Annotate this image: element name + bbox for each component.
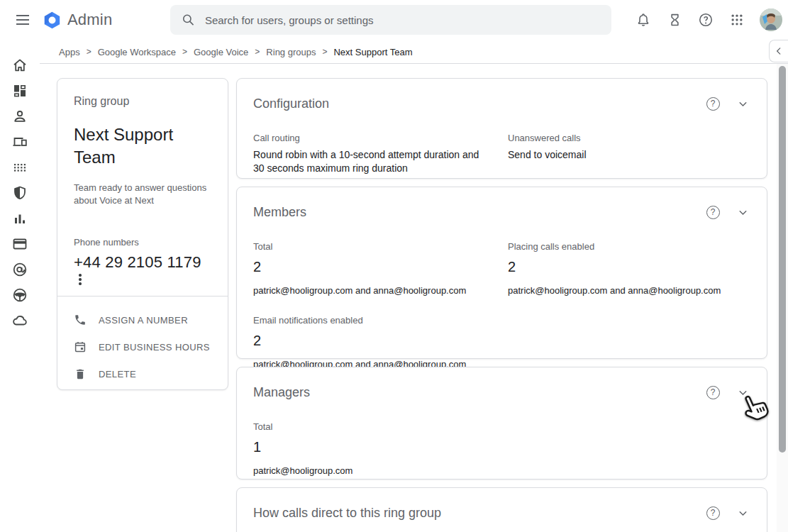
breadcrumb: Apps > Google Workspace > Google Voice >… (40, 40, 788, 64)
sidebar-item-rules[interactable] (6, 282, 34, 308)
breadcrumb-current-page: Next Support Team (333, 47, 412, 57)
left-nav-rail (0, 40, 40, 532)
sidebar-item-devices[interactable] (6, 129, 34, 155)
scrollbar-track[interactable] (777, 64, 788, 532)
kebab-dot (79, 278, 81, 280)
how-calls-collapse-button[interactable] (733, 503, 753, 523)
edit-business-hours-button[interactable]: EDIT BUSINESS HOURS (74, 333, 211, 360)
breadcrumb-separator: > (255, 47, 260, 57)
sidebar-item-storage[interactable] (6, 308, 34, 333)
managers-collapse-button[interactable] (733, 382, 753, 402)
phone-number-value: +44 29 2105 1179 (74, 253, 211, 272)
breadcrumb-item-ring-groups[interactable]: Ring groups (266, 47, 316, 57)
field-count: 2 (508, 259, 750, 275)
field-managers-total: Total 1 patrick@hooligroup.com (253, 421, 508, 476)
chevron-down-icon (737, 387, 749, 399)
field-detail: patrick@hooligroup.com and anna@hooligro… (508, 285, 750, 296)
ring-group-description: Team ready to answer questions about Voi… (74, 182, 211, 207)
dashboard-icon (11, 82, 28, 99)
search-input[interactable] (205, 14, 600, 26)
pending-tasks-button[interactable] (662, 7, 687, 33)
scrollbar-thumb[interactable] (779, 66, 786, 453)
how-calls-direct-card: How calls direct to this ring group ? (236, 487, 767, 532)
field-label: Email notifications enabled (253, 314, 508, 326)
apps-dots-icon (11, 159, 28, 176)
field-detail: patrick@hooligroup.com (253, 465, 508, 476)
top-app-bar: Admin (0, 0, 788, 40)
members-card: Members ? Total 2 patrick@hooligroup.com… (236, 187, 767, 359)
delete-label: DELETE (99, 369, 136, 379)
assign-number-label: ASSIGN A NUMBER (99, 315, 188, 326)
configuration-card: Configuration ? Call routing Round robin… (236, 78, 767, 179)
calendar-icon (74, 340, 87, 353)
how-calls-direct-card-title: How calls direct to this ring group (253, 506, 703, 521)
global-search-bar[interactable] (170, 5, 611, 35)
chevron-left-icon (774, 46, 784, 56)
sidebar-item-directory[interactable] (6, 104, 34, 129)
trash-icon (74, 367, 87, 380)
configuration-card-title: Configuration (253, 96, 703, 111)
field-count: 2 (253, 333, 508, 349)
avatar-photo (760, 9, 782, 31)
members-card-title: Members (253, 205, 703, 220)
sidebar-item-account[interactable] (6, 257, 34, 282)
bar-chart-icon (11, 210, 28, 227)
sidebar-item-security[interactable] (6, 180, 34, 206)
ring-group-actions: ASSIGN A NUMBER EDIT BUSINESS HOURS DELE… (57, 296, 228, 387)
assign-number-button[interactable]: ASSIGN A NUMBER (74, 306, 211, 333)
field-count: 2 (253, 259, 508, 275)
apps-grid-icon (730, 13, 744, 27)
breadcrumb-separator: > (87, 47, 91, 57)
field-label: Call routing (253, 132, 508, 144)
person-icon (11, 108, 28, 125)
phone-numbers-label: Phone numbers (74, 237, 211, 248)
breadcrumb-separator: > (322, 47, 327, 57)
security-shield-icon (11, 184, 28, 201)
field-count: 1 (253, 439, 508, 455)
user-avatar[interactable] (760, 9, 782, 31)
field-label: Placing calls enabled (508, 240, 750, 253)
phone-icon (74, 314, 87, 326)
managers-card-title: Managers (253, 385, 703, 400)
breadcrumb-item-google-voice[interactable]: Google Voice (194, 47, 248, 57)
sidebar-item-reporting[interactable] (6, 206, 34, 231)
delete-button[interactable]: DELETE (74, 360, 211, 387)
help-button[interactable] (693, 7, 718, 33)
sidebar-item-apps[interactable] (6, 155, 34, 180)
notifications-button[interactable] (631, 7, 656, 33)
chevron-down-icon (737, 507, 749, 519)
breadcrumb-item-google-workspace[interactable]: Google Workspace (98, 47, 176, 57)
collapse-panel-button[interactable] (769, 40, 788, 62)
hamburger-icon (16, 15, 29, 25)
google-admin-logo-icon (43, 11, 62, 30)
at-sign-icon (11, 261, 28, 278)
hourglass-icon (667, 13, 682, 28)
managers-help-button[interactable]: ? (703, 382, 723, 402)
help-icon: ? (706, 97, 720, 111)
cloud-icon (11, 312, 28, 329)
sidebar-item-billing[interactable] (6, 231, 34, 257)
google-apps-launcher-button[interactable] (724, 7, 750, 33)
chevron-down-icon (737, 98, 749, 110)
configuration-help-button[interactable]: ? (703, 94, 723, 113)
help-icon: ? (706, 386, 720, 399)
help-icon: ? (706, 506, 720, 520)
configuration-collapse-button[interactable] (733, 94, 753, 113)
hamburger-menu-button[interactable] (6, 3, 40, 37)
breadcrumb-item-apps[interactable]: Apps (59, 47, 80, 57)
chevron-down-icon (737, 206, 749, 218)
how-calls-help-button[interactable]: ? (703, 503, 723, 523)
sidebar-item-dashboard[interactable] (6, 78, 34, 104)
field-label: Unanswered calls (508, 132, 750, 144)
managers-card: Managers ? Total 1 patrick@hooligroup.co… (236, 367, 767, 480)
members-collapse-button[interactable] (733, 202, 753, 222)
phone-number-more-options-button[interactable] (74, 273, 86, 286)
field-members-total: Total 2 patrick@hooligroup.com and anna@… (253, 240, 508, 296)
sidebar-item-home[interactable] (6, 52, 34, 78)
edit-business-hours-label: EDIT BUSINESS HOURS (99, 342, 210, 353)
field-unanswered-calls: Unanswered calls Send to voicemail (508, 132, 750, 175)
field-call-routing: Call routing Round robin with a 10-secon… (253, 132, 508, 175)
home-icon (11, 57, 28, 74)
ring-group-type-label: Ring group (74, 95, 211, 108)
members-help-button[interactable]: ? (703, 202, 723, 222)
